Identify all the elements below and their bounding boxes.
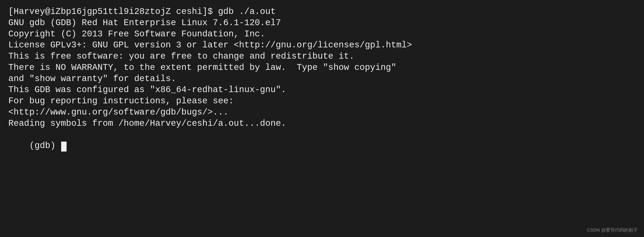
terminal-line-7: and "show warranty" for details.	[8, 73, 636, 85]
terminal-line-10: <http://www.gnu.org/software/gdb/bugs/>.…	[8, 107, 636, 118]
terminal-line-4: License GPLv3+: GNU GPL version 3 or lat…	[8, 40, 636, 51]
watermark-text: CSDN @爱写代码的刷子	[587, 227, 638, 233]
terminal-line-8: This GDB was configured as "x86_64-redha…	[8, 84, 636, 96]
terminal-line-5: This is free software: you are free to c…	[8, 51, 636, 62]
terminal-prompt: (gdb)	[29, 141, 61, 151]
terminal-line-1: [Harvey@iZbp16jgp51ttl9i28ztojZ ceshi]$ …	[8, 6, 636, 17]
terminal-cursor	[61, 142, 66, 152]
terminal-line-6: There is NO WARRANTY, to the extent perm…	[8, 62, 636, 73]
terminal-line-2: GNU gdb (GDB) Red Hat Enterprise Linux 7…	[8, 17, 636, 29]
terminal-line-3: Copyright (C) 2013 Free Software Foundat…	[8, 29, 636, 40]
terminal-line-11: Reading symbols from /home/Harvey/ceshi/…	[8, 118, 636, 129]
terminal-window: [Harvey@iZbp16jgp51ttl9i28ztojZ ceshi]$ …	[0, 0, 644, 237]
terminal-line-9: For bug reporting instructions, please s…	[8, 96, 636, 107]
terminal-prompt-line[interactable]: (gdb)	[8, 129, 636, 163]
